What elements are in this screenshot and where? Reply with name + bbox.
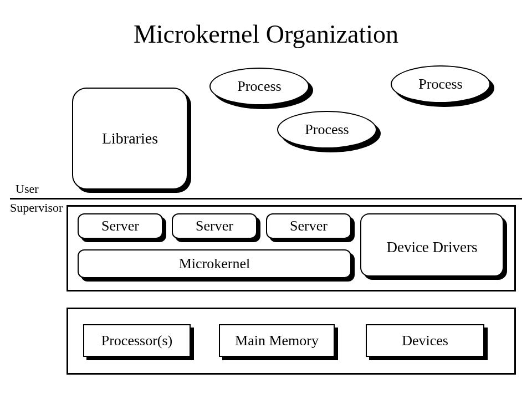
process-1: Process (209, 68, 309, 105)
main-memory-box: Main Memory (219, 324, 335, 357)
process-3-label: Process (391, 65, 490, 103)
process-2-label: Process (277, 111, 377, 149)
process-1-label: Process (209, 68, 309, 105)
process-3: Process (391, 65, 490, 103)
process-2: Process (277, 111, 377, 149)
diagram-title: Microkernel Organization (0, 19, 532, 49)
libraries-box: Libraries (72, 88, 188, 190)
server-3: Server (266, 213, 351, 239)
device-drivers-label: Device Drivers (386, 239, 477, 256)
supervisor-label: Supervisor (10, 201, 63, 215)
processor-box: Processor(s) (83, 324, 191, 357)
devices-box: Devices (366, 324, 484, 357)
device-drivers-box: Device Drivers (360, 213, 504, 277)
server-2: Server (172, 213, 257, 239)
mode-divider (10, 198, 522, 200)
user-label: User (16, 182, 39, 196)
server-1: Server (78, 213, 163, 239)
microkernel-box: Microkernel (78, 249, 351, 278)
